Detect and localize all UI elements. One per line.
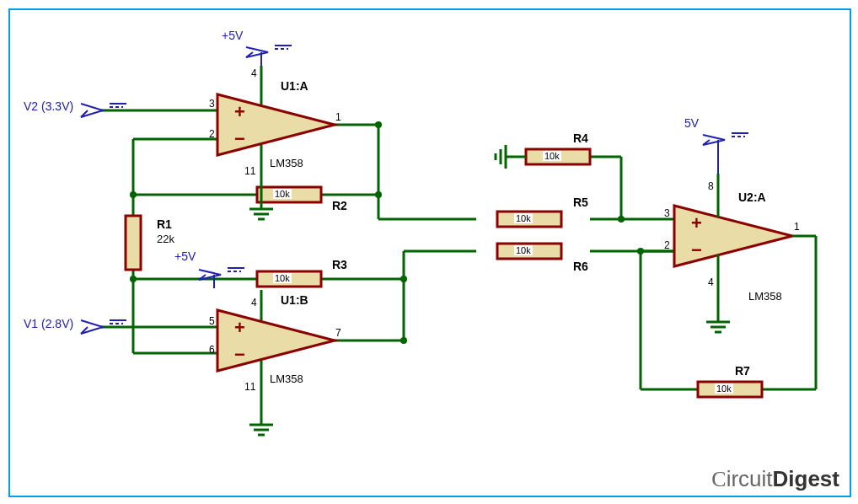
schematic-canvas: + − + − + − bbox=[0, 0, 858, 504]
input-v1 bbox=[81, 320, 126, 334]
vcc-label-u2a: 5V bbox=[684, 116, 699, 130]
ground-u1b bbox=[249, 401, 273, 435]
r4-ref: R4 bbox=[573, 131, 588, 145]
ground-r4 bbox=[496, 145, 526, 169]
u2a-pin8: 8 bbox=[708, 180, 714, 192]
vcc-u1a bbox=[246, 46, 292, 66]
u1a-pin2: 2 bbox=[209, 128, 215, 140]
u2a-pin3: 3 bbox=[664, 207, 670, 219]
u2a-pin4: 4 bbox=[708, 276, 714, 288]
r6-ref: R6 bbox=[573, 260, 588, 273]
r3-ref: R3 bbox=[332, 258, 347, 271]
vcc-u2a bbox=[703, 133, 748, 174]
input-v2 bbox=[81, 104, 126, 117]
r5-ref: R5 bbox=[573, 196, 588, 209]
u2a-part: LM358 bbox=[748, 290, 782, 303]
u1a-pin4: 4 bbox=[251, 67, 257, 79]
vcc-label-u1b: +5V bbox=[174, 249, 196, 263]
ground-u1a bbox=[249, 185, 273, 219]
r4-val: 10k bbox=[543, 151, 561, 161]
vcc-label-u1a: +5V bbox=[222, 29, 243, 42]
u1a-ref: U1:A bbox=[281, 79, 308, 93]
input-v1-label: V1 (2.8V) bbox=[24, 317, 73, 330]
r3-val: 10k bbox=[273, 273, 292, 283]
r1-val: 22k bbox=[157, 233, 174, 245]
r7-val: 10k bbox=[715, 383, 733, 394]
u2a-ref: U2:A bbox=[738, 190, 766, 204]
power-layer bbox=[0, 0, 858, 504]
r6-val: 10k bbox=[514, 245, 533, 255]
vcc-u1b bbox=[199, 268, 244, 288]
u1b-ref: U1:B bbox=[281, 293, 308, 307]
r2-ref: R2 bbox=[332, 199, 347, 212]
u1b-pin11: 11 bbox=[244, 381, 255, 393]
r2-val: 10k bbox=[273, 189, 292, 199]
u1b-pin6: 6 bbox=[209, 344, 215, 356]
u1a-pin11: 11 bbox=[244, 165, 255, 177]
u1b-pin4: 4 bbox=[251, 297, 257, 308]
ground-u2a bbox=[706, 298, 730, 332]
r7-ref: R7 bbox=[735, 364, 750, 378]
u1b-pin7: 7 bbox=[335, 327, 341, 339]
input-v2-label: V2 (3.3V) bbox=[24, 99, 73, 113]
u1a-pin3: 3 bbox=[209, 98, 215, 110]
u1b-part: LM358 bbox=[270, 373, 303, 385]
u1a-pin1: 1 bbox=[335, 111, 341, 123]
u2a-pin1: 1 bbox=[794, 221, 800, 233]
u2a-pin2: 2 bbox=[664, 239, 670, 251]
u1b-pin5: 5 bbox=[209, 315, 215, 327]
r5-val: 10k bbox=[514, 213, 533, 223]
watermark: CircuitDigest bbox=[711, 466, 839, 492]
u1a-part: LM358 bbox=[270, 157, 303, 169]
r1-ref: R1 bbox=[157, 217, 172, 231]
